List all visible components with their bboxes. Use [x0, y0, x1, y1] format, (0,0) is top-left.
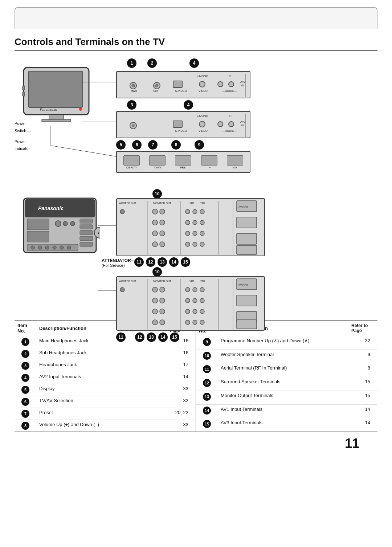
svg-point-30 [229, 122, 234, 127]
table-cell-desc: Monitor Output Terminals [218, 391, 348, 404]
svg-point-15 [218, 82, 223, 87]
svg-text:L/MONO: L/MONO [197, 114, 208, 118]
table-cell-item: 10 [196, 350, 218, 363]
rear-panel-bottom-svg: WOOFER OUT MONITOR OUT YR1 YR2 SVIDEO [117, 277, 266, 331]
av-panel-mid-svg: L/MONO R AV2 IN S-VIDEO VIDEO —AUDIO— [117, 112, 251, 139]
power-labels: PowerSwitch — PowerIndicator [15, 120, 31, 152]
item-badge: 10 [203, 352, 211, 360]
svg-point-12 [155, 84, 158, 87]
badge-12b: 12 [135, 332, 144, 342]
table-row: 14AV1 Input Terminals14 [196, 404, 377, 418]
badge-2: 2 [147, 58, 157, 68]
svg-point-86 [152, 287, 158, 292]
table-cell-item: 13 [196, 391, 218, 404]
badge-13b: 13 [147, 332, 156, 342]
table-cell-item: 2 [15, 348, 36, 360]
svg-rect-38 [23, 86, 25, 90]
svg-point-105 [185, 320, 190, 324]
table-cell-desc: AV1 Input Terminals [218, 404, 348, 418]
svg-text:MONITOR OUT: MONITOR OUT [153, 202, 171, 204]
item-no-header-left: Item No. [15, 321, 36, 336]
av-panel-top: L/MONO R AV2 IN Main Sub S-VIDEO VIDEO —… [116, 71, 250, 98]
svg-point-58 [160, 220, 165, 225]
table-row: 5Display33 [15, 384, 196, 396]
table-cell-desc: Sub Headphones Jack [36, 348, 167, 360]
power-indicator-label: PowerIndicator [15, 138, 31, 153]
svg-text:L/MONO: L/MONO [197, 74, 208, 78]
top-number-row: 1 2 4 [127, 58, 199, 68]
table-cell-desc: Volume Up (+) and Down (–) [36, 420, 167, 432]
table-row: 13Monitor Output Terminals15 [196, 391, 377, 404]
table-right-body: 9Programme Number Up (∧) and Down (∨)321… [196, 336, 377, 432]
badge-7: 7 [148, 140, 158, 150]
svg-text:AV2: AV2 [240, 120, 246, 123]
svg-point-53 [160, 209, 165, 214]
svg-point-29 [218, 122, 223, 127]
svg-point-106 [193, 320, 197, 324]
vol-btn[interactable] [227, 155, 243, 166]
badge-row-11to15: 11 12 13 14 15 [134, 257, 190, 267]
svg-text:R: R [229, 114, 232, 118]
item-badge: 4 [21, 374, 29, 382]
item-badge: 13 [203, 393, 211, 401]
table-cell-item: 7 [15, 408, 36, 420]
page-number-area: 11 [15, 436, 359, 451]
table-cell-desc: Display [36, 384, 167, 396]
rear-panel-bottom: WOOFER OUT MONITOR OUT YR1 YR2 SVIDEO [116, 276, 265, 331]
table-row: 11Aerial Terminal (RF In Terminal)8 [196, 363, 377, 377]
svg-text:Panasonic: Panasonic [38, 205, 64, 211]
badge-9: 9 [195, 140, 204, 150]
pre-btn[interactable] [175, 155, 191, 166]
svg-rect-122 [80, 225, 93, 229]
display-btn[interactable] [123, 155, 140, 166]
svg-text:S-VIDEO: S-VIDEO [175, 129, 187, 132]
tvav-btn[interactable] [149, 155, 166, 166]
svg-point-65 [185, 231, 190, 236]
item-badge: 3 [21, 362, 29, 370]
svg-point-61 [200, 220, 204, 225]
table-cell-desc: Programme Number Up (∧) and Down (∨) [218, 336, 348, 350]
display-btn-group: DISPLAY [123, 155, 140, 169]
badge-11: 11 [134, 257, 144, 267]
svg-point-73 [200, 242, 204, 246]
svg-point-119 [63, 221, 68, 226]
svg-text:WOOFER OUT: WOOFER OUT [119, 202, 136, 204]
svg-rect-108 [237, 320, 257, 329]
table-cell-item: 4 [15, 372, 36, 384]
svg-point-55 [193, 209, 197, 214]
table-cell-ref: 33 [167, 420, 196, 432]
svg-rect-27 [173, 121, 182, 127]
tvav-label: TV/AV [154, 166, 161, 169]
table-cell-desc: Headphones Jack [36, 360, 167, 372]
table-cell-item: 9 [196, 336, 218, 350]
svg-point-127 [31, 246, 34, 249]
svg-point-89 [193, 287, 197, 292]
rear-panel-top-svg: WOOFER OUT MONITOR OUT YR1 YR2 SVIDEO [117, 199, 266, 257]
svg-point-57 [152, 220, 158, 225]
svg-point-67 [200, 231, 204, 236]
svg-text:Sub: Sub [153, 89, 159, 93]
av-panel-mid: L/MONO R AV2 IN S-VIDEO VIDEO —AUDIO— [116, 111, 250, 138]
svg-point-90 [200, 287, 204, 292]
svg-text:IN: IN [241, 84, 244, 87]
item-badge: 6 [21, 398, 29, 406]
svg-point-100 [193, 309, 197, 314]
svg-point-120 [70, 221, 75, 226]
svg-rect-123 [80, 230, 93, 235]
table-cell-item: 6 [15, 396, 36, 408]
table-cell-ref: 15 [348, 391, 377, 404]
table-row: 12Surround Speaker Terminals15 [196, 377, 377, 391]
table-cell-desc: Aerial Terminal (RF In Terminal) [218, 363, 348, 377]
display-label: DISPLAY [126, 166, 137, 169]
svg-line-44 [51, 146, 116, 156]
svg-point-69 [152, 242, 158, 247]
attenuator-text: ATTENUATOR— [102, 258, 135, 263]
control-panel: DISPLAY TV/AV PRE. - + V Λ [116, 151, 250, 173]
table-row: 9Programme Number Up (∧) and Down (∨)32 [196, 336, 377, 350]
vol-label: V Λ [233, 166, 237, 169]
minus-btn[interactable] [201, 155, 217, 166]
svg-point-52 [152, 209, 158, 214]
svg-rect-34 [29, 72, 82, 107]
badge-15: 15 [181, 257, 190, 267]
svg-point-54 [185, 209, 190, 214]
